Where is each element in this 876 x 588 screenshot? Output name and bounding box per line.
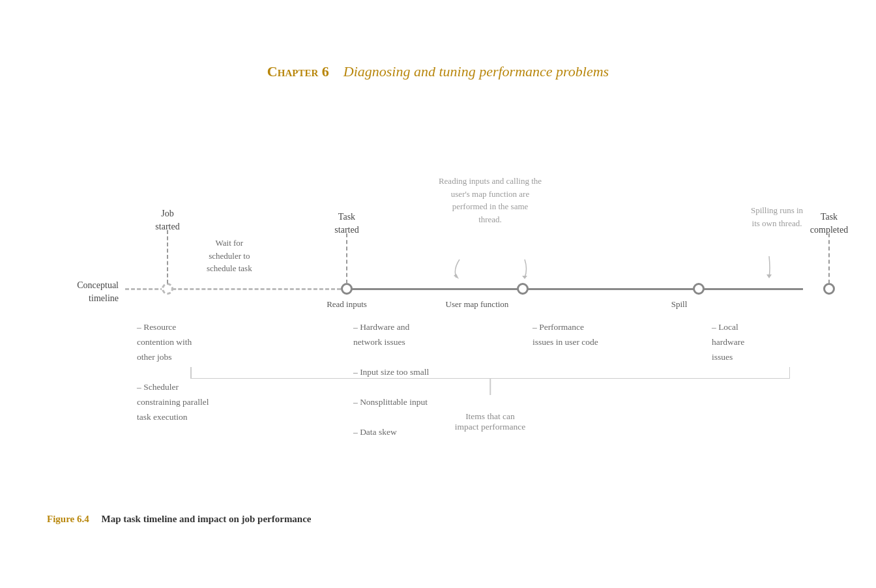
circle-task-completed (823, 283, 835, 295)
label-spill: Spill (653, 299, 705, 310)
bracket-container: Items that canimpact performance (190, 379, 790, 432)
figure-label: Figure 6.4 (47, 514, 89, 524)
arrow-read-svg (450, 259, 469, 279)
label-user-map: User map function (425, 299, 529, 310)
circle-read-inputs (341, 283, 353, 295)
bracket-left (190, 367, 192, 379)
tick-task-completed (828, 233, 830, 284)
arrow-usermap-svg (515, 259, 534, 279)
figure-title: Map task timeline and impact on job perf… (101, 514, 311, 524)
label-job-started: Jobstarted (155, 207, 179, 233)
page: Chapter 6 Diagnosing and tuning performa… (21, 44, 855, 544)
svg-marker-0 (454, 274, 459, 279)
bracket-center-tick (489, 379, 491, 395)
chapter-label: Chapter 6 (267, 63, 329, 80)
bullet-performance-usercode: Performanceissues in user code (533, 320, 663, 350)
timeline-wrapper: Conceptualtimeline Jobstarted Taskstarte… (47, 113, 829, 504)
bullet-resource-contention: Resourcecontention withother jobs (137, 320, 267, 365)
arrow-read-inputs (450, 259, 469, 282)
circle-job-started (162, 283, 173, 295)
label-read-inputs: Read inputs (308, 299, 386, 310)
arrow-spill (763, 256, 776, 282)
chapter-subtitle: Diagnosing and tuning performance proble… (343, 63, 609, 80)
conceptual-timeline-label: Conceptualtimeline (47, 279, 119, 304)
label-task-started: Taskstarted (334, 211, 358, 236)
circle-spill (693, 283, 705, 295)
bullet-local-hardware: Localhardwareissues (712, 320, 816, 365)
svg-marker-1 (522, 276, 527, 279)
svg-marker-2 (766, 274, 772, 278)
tick-task-started (346, 233, 347, 284)
circle-user-map (517, 283, 529, 295)
arrow-spill-svg (763, 256, 776, 279)
annotation-spilling: Spilling runs inits own thread. (725, 204, 829, 229)
timeline-solid-line (347, 288, 803, 290)
bullet-spill: Localhardwareissues (712, 320, 816, 365)
tick-job-started (167, 230, 168, 284)
annotation-reading-inputs: Reading inputs and calling theuser's map… (412, 175, 568, 226)
arrow-user-map (515, 259, 534, 282)
timeline-dashed-line (125, 288, 347, 290)
bracket-label: Items that canimpact performance (190, 411, 790, 432)
chapter-title: Chapter 6 Diagnosing and tuning performa… (47, 63, 829, 80)
wait-scheduler-label: Wait forscheduler toschedule task (207, 237, 252, 275)
figure-caption: Figure 6.4 Map task timeline and impact … (47, 514, 829, 525)
bracket-right (789, 367, 791, 379)
bullet-usermap: Performanceissues in user code (533, 320, 663, 350)
bullet-hardware-network: Hardware andnetwork issues (353, 320, 490, 350)
